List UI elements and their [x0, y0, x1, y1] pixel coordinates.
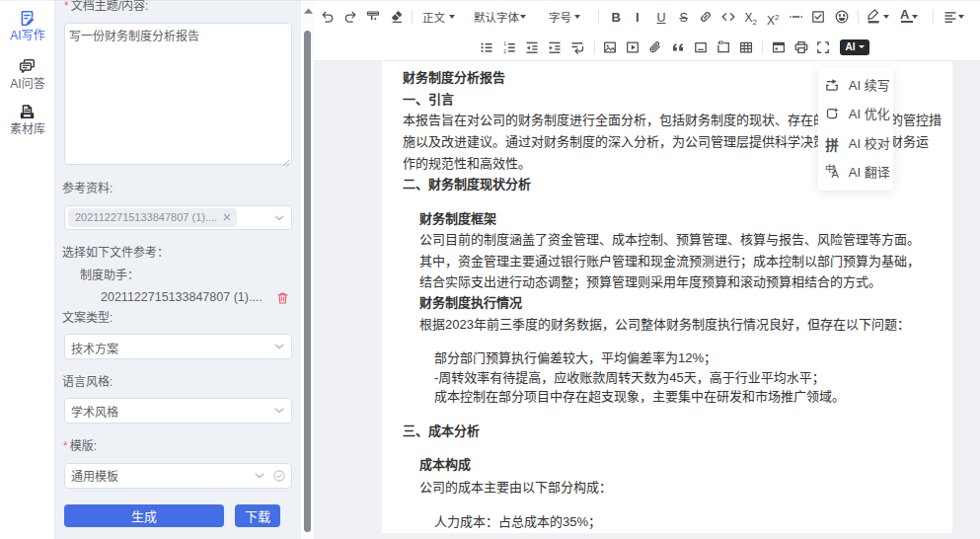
svg-text:1: 1 — [503, 40, 506, 46]
svg-text:A: A — [831, 169, 839, 180]
svg-text:2: 2 — [503, 48, 506, 54]
